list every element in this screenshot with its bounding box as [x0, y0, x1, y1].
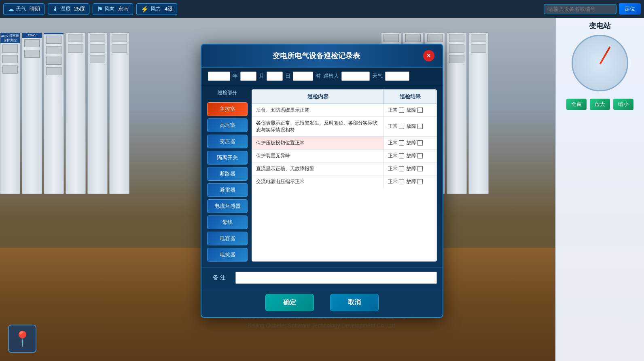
row-content: 各仪表显示正常、无报警发生、及时复位、各部分实际状态与实际情况相符	[252, 117, 384, 136]
normal-label: 正常	[388, 165, 398, 172]
fault-check-group: 故障	[407, 152, 423, 159]
inspection-table: 巡检内容 巡检结果 后台、五防系统显示正常 正常 故障	[252, 89, 437, 262]
dialog-header: 变电所电气设备巡检记录表 ×	[201, 44, 443, 68]
normal-label: 正常	[388, 107, 398, 114]
day-input[interactable]	[267, 72, 283, 81]
sidebar-btn-lightning-arrester[interactable]: 避雷器	[207, 183, 248, 197]
sidebar-btn-capacitor[interactable]: 电容器	[207, 232, 248, 245]
normal-checkbox[interactable]	[399, 140, 404, 146]
sidebar-btn-current-transformer[interactable]: 电流互感器	[207, 199, 248, 213]
sidebar-btn-circuit-breaker[interactable]: 断路器	[207, 167, 248, 181]
weather-label-form: 天气	[372, 72, 383, 80]
remarks-row: 备 注	[201, 267, 443, 288]
confirm-button[interactable]: 确定	[265, 294, 314, 311]
inspector-input[interactable]	[341, 72, 370, 81]
fault-label: 故障	[407, 123, 416, 130]
normal-check-group: 正常	[388, 178, 404, 185]
day-label: 日	[285, 72, 290, 80]
normal-check-group: 正常	[388, 107, 404, 114]
inspector-label: 巡检人	[323, 72, 339, 80]
col-content-header: 巡检内容	[252, 90, 384, 103]
row-result: 正常 故障	[384, 163, 436, 175]
fault-checkbox[interactable]	[417, 124, 423, 129]
dialog-sidebar: 巡检部分 主控室 高压室 变压器 隔离开关 断路器 避雷器 电流互感器 母线 电…	[207, 89, 252, 262]
year-label: 年	[233, 72, 238, 80]
row-result: 正常 故障	[384, 104, 436, 116]
normal-label: 正常	[388, 123, 398, 130]
fault-check-group: 故障	[407, 165, 423, 172]
weather-input[interactable]	[385, 72, 409, 81]
dialog-body: 巡检部分 主控室 高压室 变压器 隔离开关 断路器 避雷器 电流互感器 母线 电…	[201, 85, 443, 266]
fault-checkbox[interactable]	[417, 179, 423, 184]
table-row: 直流显示正确、无故障报警 正常 故障	[252, 163, 436, 175]
cancel-button[interactable]: 取消	[330, 294, 379, 311]
row-content: 后台、五防系统显示正常	[252, 104, 384, 116]
fault-check-group: 故障	[407, 139, 423, 146]
sidebar-btn-main-control[interactable]: 主控室	[207, 102, 248, 116]
row-result: 正常 故障	[384, 175, 436, 188]
dialog-title: 变电所电气设备巡检记录表	[210, 51, 423, 61]
normal-check-group: 正常	[388, 152, 404, 159]
form-row: 年 月 日 时 巡检人 天气	[201, 68, 443, 85]
sidebar-btn-reactor[interactable]: 电抗器	[207, 248, 248, 262]
row-result: 正常 故障	[384, 150, 436, 162]
fault-label: 故障	[407, 165, 416, 172]
remarks-input[interactable]	[235, 272, 437, 284]
normal-label: 正常	[388, 139, 398, 146]
row-content: 交流电源电压指示正常	[252, 175, 384, 188]
row-content: 直流显示正确、无故障报警	[252, 163, 384, 175]
normal-checkbox[interactable]	[399, 166, 404, 171]
sidebar-btn-isolating-switch[interactable]: 隔离开关	[207, 151, 248, 165]
time-label: 时	[316, 72, 321, 80]
sidebar-btn-transformer[interactable]: 变压器	[207, 135, 248, 148]
fault-checkbox[interactable]	[417, 153, 423, 158]
fault-check-group: 故障	[407, 178, 423, 185]
table-row: 后台、五防系统显示正常 正常 故障	[252, 104, 436, 117]
table-row: 保护装置无异味 正常 故障	[252, 150, 436, 163]
remarks-label: 备 注	[207, 274, 231, 281]
table-header: 巡检内容 巡检结果	[252, 90, 436, 104]
table-row: 保护压板投切位置正常 正常 故障	[252, 137, 436, 150]
normal-label: 正常	[388, 152, 398, 159]
year-input[interactable]	[208, 72, 230, 81]
sidebar-btn-high-voltage[interactable]: 高压室	[207, 118, 248, 132]
normal-checkbox[interactable]	[399, 108, 404, 113]
sidebar-section-title: 巡检部分	[207, 89, 248, 98]
normal-check-group: 正常	[388, 139, 404, 146]
normal-check-group: 正常	[388, 123, 404, 130]
time-input[interactable]	[293, 72, 313, 81]
fault-label: 故障	[407, 107, 416, 114]
table-row: 交流电源电压指示正常 正常 故障	[252, 175, 436, 188]
fault-checkbox[interactable]	[417, 140, 423, 146]
fault-label: 故障	[407, 152, 416, 159]
close-button[interactable]: ×	[423, 50, 434, 61]
normal-check-group: 正常	[388, 165, 404, 172]
table-row: 各仪表显示正常、无报警发生、及时复位、各部分实际状态与实际情况相符 正常 故障	[252, 117, 436, 137]
fault-label: 故障	[407, 139, 416, 146]
row-content: 保护压板投切位置正常	[252, 137, 384, 149]
fault-checkbox[interactable]	[417, 166, 423, 171]
dialog-footer: 确定 取消	[201, 288, 443, 317]
fault-checkbox[interactable]	[417, 108, 423, 113]
month-label: 月	[259, 72, 264, 80]
sidebar-btn-bus[interactable]: 母线	[207, 215, 248, 229]
fault-check-group: 故障	[407, 123, 423, 130]
normal-label: 正常	[388, 178, 398, 185]
dialog-overlay: 变电所电气设备巡检记录表 × 年 月 日 时 巡检人 天气 巡检部分 主控室 高…	[0, 0, 644, 361]
month-input[interactable]	[240, 72, 256, 81]
row-content: 保护装置无异味	[252, 150, 384, 162]
fault-check-group: 故障	[407, 107, 423, 114]
row-result: 正常 故障	[384, 117, 436, 136]
row-result: 正常 故障	[384, 137, 436, 149]
normal-checkbox[interactable]	[399, 179, 404, 184]
inspection-dialog: 变电所电气设备巡检记录表 × 年 月 日 时 巡检人 天气 巡检部分 主控室 高…	[201, 44, 443, 318]
fault-label: 故障	[407, 178, 416, 185]
normal-checkbox[interactable]	[399, 124, 404, 129]
normal-checkbox[interactable]	[399, 153, 404, 158]
col-result-header: 巡检结果	[384, 90, 436, 103]
